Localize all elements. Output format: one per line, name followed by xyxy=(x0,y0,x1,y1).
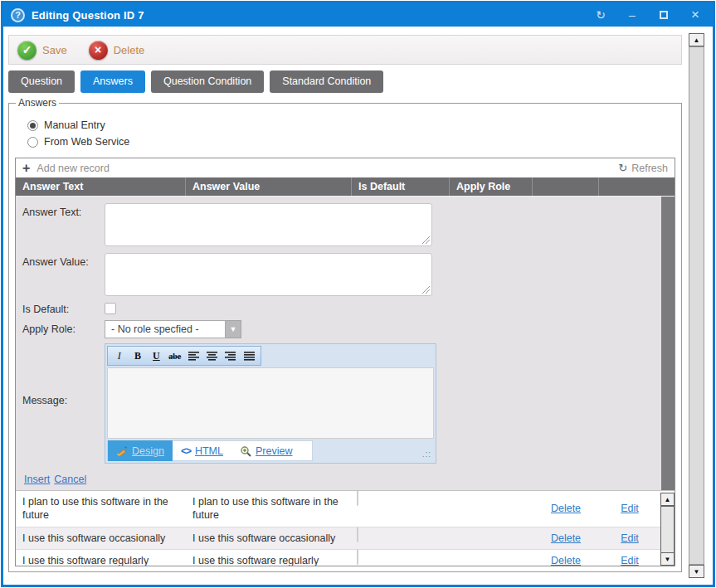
tab-question-condition[interactable]: Question Condition xyxy=(151,70,264,93)
cell-answer-value: I use this software regularly xyxy=(186,550,352,566)
resize-grip-icon[interactable] xyxy=(422,286,430,294)
design-mode-button[interactable]: Design xyxy=(108,440,173,461)
manual-entry-option[interactable]: Manual Entry xyxy=(27,117,678,134)
italic-icon[interactable]: I xyxy=(111,348,127,364)
strikethrough-icon[interactable]: abe xyxy=(167,348,183,364)
align-right-icon[interactable] xyxy=(222,348,238,364)
grid-header-row: Answer Text Answer Value Is Default Appl… xyxy=(16,177,675,196)
resize-grip-icon[interactable] xyxy=(422,236,430,244)
column-header-answer-value[interactable]: Answer Value xyxy=(186,177,352,196)
edit-row-link[interactable]: Edit xyxy=(621,502,639,515)
column-header-is-default[interactable]: Is Default xyxy=(352,177,450,196)
scroll-up-icon[interactable]: ▲ xyxy=(660,493,675,506)
from-web-service-option[interactable]: From Web Service xyxy=(27,134,678,150)
answer-source-options: Manual Entry From Web Service xyxy=(12,112,678,152)
apply-role-label: Apply Role: xyxy=(22,320,105,338)
radio-unselected-icon xyxy=(27,137,38,148)
cell-answer-text: I use this software regularly xyxy=(16,550,186,566)
add-new-record-button[interactable]: Add new record xyxy=(37,163,110,174)
table-row[interactable]: I use this software regularly I use this… xyxy=(16,550,660,566)
column-header-answer-text[interactable]: Answer Text xyxy=(16,177,186,196)
refresh-icon: ↻ xyxy=(618,162,627,174)
answer-value-label: Answer Value: xyxy=(22,253,105,296)
delete-row-link[interactable]: Delete xyxy=(551,502,581,515)
is-default-label: Is Default: xyxy=(22,303,105,315)
answers-legend: Answers xyxy=(16,97,59,109)
tab-standard-condition[interactable]: Standard Condition xyxy=(270,70,383,93)
edit-row-link[interactable]: Edit xyxy=(621,532,639,545)
chevron-down-icon[interactable]: ▼ xyxy=(226,320,241,338)
scroll-up-icon[interactable]: ▲ xyxy=(689,33,704,46)
preview-mode-label: Preview xyxy=(256,445,292,457)
window-title: Editing Question ID 7 xyxy=(32,9,594,22)
dialog-window: ? Editing Question ID 7 ↻ – × ✓ Save × D… xyxy=(1,1,715,587)
refresh-button[interactable]: ↻ Refresh xyxy=(618,162,668,174)
is-default-checkbox[interactable] xyxy=(105,303,116,314)
from-web-service-label: From Web Service xyxy=(44,136,129,148)
edit-row-link[interactable]: Edit xyxy=(621,554,639,566)
cell-apply-role xyxy=(450,527,533,549)
scroll-down-icon[interactable]: ▼ xyxy=(689,565,704,578)
underline-icon[interactable]: U xyxy=(149,348,164,364)
html-mode-label: HTML xyxy=(195,445,223,457)
answers-panel: Answers Manual Entry From Web Service + xyxy=(8,97,682,572)
delete-button[interactable]: × Delete xyxy=(89,41,145,60)
cancel-link[interactable]: Cancel xyxy=(54,474,86,485)
client-area: ✓ Save × Delete Question Answers Questio… xyxy=(3,27,713,585)
delete-row-link[interactable]: Delete xyxy=(551,532,581,545)
align-justify-icon[interactable] xyxy=(241,348,257,364)
cell-apply-role xyxy=(450,491,533,527)
command-toolbar: ✓ Save × Delete xyxy=(8,35,682,65)
title-bar: ? Editing Question ID 7 ↻ – × xyxy=(3,3,713,27)
html-code-icon: <> xyxy=(181,445,191,457)
window-scrollbar[interactable]: ▲ ▼ xyxy=(689,33,704,578)
insert-link[interactable]: Insert xyxy=(24,474,50,485)
grid-scrollbar[interactable]: ▲ ▼ xyxy=(660,493,675,566)
save-button[interactable]: ✓ Save xyxy=(17,41,67,60)
is-default-row-checkbox[interactable] xyxy=(357,490,358,506)
refresh-window-icon[interactable]: ↻ xyxy=(594,8,607,22)
column-header-empty-2 xyxy=(599,177,675,196)
answers-grid: + Add new record ↻ Refresh Answer Text A… xyxy=(15,158,675,566)
column-header-apply-role[interactable]: Apply Role xyxy=(450,177,533,196)
edit-region-gutter xyxy=(661,197,675,490)
tab-question[interactable]: Question xyxy=(8,70,75,93)
editor-resize-grip-icon[interactable]: .:: xyxy=(422,450,431,459)
delete-label: Delete xyxy=(114,44,145,56)
scrollbar-thumb[interactable] xyxy=(689,46,704,565)
delete-row-link[interactable]: Delete xyxy=(551,554,581,566)
bold-icon[interactable]: B xyxy=(129,348,145,364)
message-input[interactable] xyxy=(107,367,434,439)
editor-toolbar: I B U abe xyxy=(107,346,261,366)
apply-role-select[interactable]: - No role specfied - ▼ xyxy=(105,320,241,338)
editor-mode-bar: Design <> HTML xyxy=(107,440,434,461)
table-row[interactable]: I plan to use this software in the futur… xyxy=(16,491,660,527)
answer-value-input[interactable] xyxy=(105,253,432,296)
grid-rows-area: I plan to use this software in the futur… xyxy=(16,490,675,566)
tab-answers[interactable]: Answers xyxy=(80,70,145,93)
preview-mode-button[interactable]: Preview xyxy=(231,440,300,461)
minimize-icon[interactable]: – xyxy=(626,8,639,22)
save-check-icon: ✓ xyxy=(17,41,37,60)
pencil-icon xyxy=(116,445,128,456)
message-rich-text-editor: I B U abe xyxy=(105,343,436,464)
column-header-empty-1 xyxy=(533,177,599,196)
is-default-row-checkbox[interactable] xyxy=(357,527,358,542)
is-default-row-checkbox[interactable] xyxy=(357,549,358,565)
help-icon[interactable]: ? xyxy=(11,8,25,22)
close-icon[interactable]: × xyxy=(689,8,702,22)
apply-role-selected-value: - No role specfied - xyxy=(105,320,226,338)
html-mode-button[interactable]: <> HTML xyxy=(173,440,231,461)
design-mode-label: Design xyxy=(132,445,164,457)
align-center-icon[interactable] xyxy=(204,348,220,364)
edit-form-actions: InsertCancel xyxy=(22,469,661,490)
align-left-icon[interactable] xyxy=(186,348,202,364)
delete-cross-icon: × xyxy=(89,41,108,60)
cell-apply-role xyxy=(450,550,533,566)
answer-text-input[interactable] xyxy=(105,203,432,246)
maximize-icon[interactable] xyxy=(657,8,670,22)
radio-selected-icon xyxy=(27,120,38,131)
table-row[interactable]: I use this software occasionally I use t… xyxy=(16,527,660,550)
scroll-down-icon[interactable]: ▼ xyxy=(660,552,675,566)
manual-entry-label: Manual Entry xyxy=(44,119,105,131)
